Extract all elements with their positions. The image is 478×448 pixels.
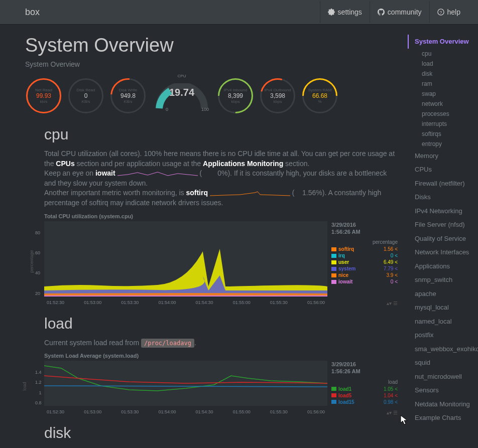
load-legend: 3/29/20161:56:26 AM load load11.05 <load…	[327, 361, 398, 414]
sidebar-item[interactable]: Example Charts	[408, 411, 473, 425]
disk-heading: disk	[44, 424, 398, 441]
gauges-row: Net Read 99.93 kb/s Disk Read 0 KB/s Dis…	[25, 76, 398, 116]
cpu-legend: 3/29/20161:56:26 AM percentage softirq1.…	[327, 221, 398, 305]
sidebar-item[interactable]: apache	[408, 287, 473, 301]
ram-gauge[interactable]: System RAM 66.68 %	[301, 77, 338, 114]
sidebar-sub-cpu[interactable]: cpu	[408, 49, 473, 59]
gear-icon	[328, 9, 335, 16]
load-para: Current system load read from /proc/load…	[44, 338, 398, 348]
loadavg-code: /proc/loadavg	[141, 339, 194, 348]
legend-row[interactable]: load51.04 <	[331, 392, 398, 399]
cpus-link[interactable]: CPUs	[56, 160, 74, 168]
legend-row[interactable]: iowait0 <	[331, 278, 398, 285]
legend-row[interactable]: load11.05 <	[331, 386, 398, 392]
load-xaxis: 01:52:3001:53:0001:53:3001:54:0001:54:30…	[44, 409, 327, 414]
cpu-heading: cpu	[44, 126, 398, 143]
legend-row[interactable]: load150.98 <	[331, 399, 398, 405]
chart-ylabel: percentage	[29, 250, 34, 273]
sidebar-sub-interrupts[interactable]: interrupts	[408, 119, 473, 129]
chart-title: Total CPU utilization (system.cpu)	[44, 213, 398, 219]
sidebar-item[interactable]: nut_microdowell	[408, 370, 473, 384]
sidebar-item[interactable]: IPv4 Networking	[408, 204, 473, 218]
legend-row[interactable]: irq0 <	[331, 252, 398, 259]
sidebar-item[interactable]: postfix	[408, 328, 473, 342]
load-chart[interactable]: System Load Average (system.load) load 1…	[44, 353, 398, 414]
sidebar-sub-network[interactable]: network	[408, 99, 473, 109]
cpu-para1: Total CPU utilization (all cores). 100% …	[44, 149, 398, 169]
ipv4-in-gauge[interactable]: IPv4 Inbound 8,399 kbps	[217, 77, 254, 114]
legend-row[interactable]: user6.49 <	[331, 259, 398, 265]
cpu-para3: Another important metric worth monitorin…	[44, 188, 398, 208]
chart-controls-icon[interactable]: ▴▾ ☰	[387, 410, 398, 415]
help-nav[interactable]: ? help	[429, 1, 468, 23]
apps-link[interactable]: Applications Monitoring	[203, 160, 283, 168]
sidebar-sub-entropy[interactable]: entropy	[408, 139, 473, 149]
gauge-value: 19.74	[152, 87, 212, 98]
sidebar-sub-softirqs[interactable]: softirqs	[408, 129, 473, 139]
main: System Overview System Overview Net Read…	[0, 25, 478, 448]
sidebar-item[interactable]: Memory	[408, 149, 473, 163]
sidebar-item[interactable]: sma_webbox_exohiko	[408, 342, 473, 356]
chart-title: System Load Average (system.load)	[44, 353, 398, 359]
cpu-chart[interactable]: Total CPU utilization (system.cpu) perce…	[44, 213, 398, 305]
cpu-gauge[interactable]: CPU 19.74 0 100	[152, 76, 212, 116]
help-label: help	[447, 8, 460, 16]
ipv4-out-gauge[interactable]: IPv4 Outbound 3,598 kbps	[259, 77, 296, 114]
iowait-sparkline	[117, 171, 198, 177]
svg-text:?: ?	[439, 10, 442, 15]
load-chart-svg	[44, 361, 327, 406]
sidebar-item[interactable]: Firewall (netfilter)	[408, 177, 473, 191]
community-label: community	[388, 8, 422, 16]
nav-right: settings community ? help	[320, 1, 468, 23]
sidebar-item[interactable]: squid	[408, 356, 473, 370]
sidebar-sub-swap[interactable]: swap	[408, 89, 473, 99]
brand[interactable]: box	[25, 7, 320, 18]
sidebar-item[interactable]: File Server (nfsd)	[408, 218, 473, 232]
legend-row[interactable]: nice3.9 <	[331, 272, 398, 278]
sidebar-item[interactable]: Sensors	[408, 383, 473, 397]
settings-label: settings	[338, 8, 362, 16]
sidebar-item[interactable]: CPUs	[408, 163, 473, 177]
sidebar-item[interactable]: Applications	[408, 259, 473, 273]
sidebar-item[interactable]: snmp_switch	[408, 273, 473, 287]
cpu-xaxis: 01:52:3001:53:0001:53:3001:54:0001:54:30…	[44, 300, 327, 305]
page-title: System Overview	[25, 35, 398, 56]
gauge-title: CPU	[152, 74, 212, 78]
gauge-min: 0	[166, 107, 168, 112]
sidebar: System Overview cpuloaddiskramswapnetwor…	[408, 25, 478, 448]
sidebar-item[interactable]: named_local	[408, 315, 473, 329]
load-heading: load	[44, 315, 398, 332]
cpu-yaxis: 80604020	[35, 230, 40, 296]
chart-ylabel: load	[22, 382, 27, 390]
disk-read-gauge[interactable]: Disk Read 0 KB/s	[67, 77, 104, 114]
chart-controls-icon[interactable]: ▴▾ ☰	[387, 301, 398, 306]
cpu-chart-svg	[44, 221, 327, 296]
sidebar-item[interactable]: Network Interfaces	[408, 245, 473, 259]
disk-write-gauge[interactable]: Disk Write 949.8 KB/s	[109, 77, 147, 114]
net-read-gauge[interactable]: Net Read 99.93 kb/s	[25, 77, 62, 114]
gauge-max: 100	[201, 107, 209, 112]
sidebar-item[interactable]: Disks	[408, 190, 473, 204]
community-nav[interactable]: community	[370, 1, 429, 23]
legend-row[interactable]: system7.79 <	[331, 265, 398, 272]
breadcrumb: System Overview	[25, 60, 398, 68]
github-icon	[378, 9, 385, 16]
help-icon: ?	[437, 9, 444, 16]
navbar: box settings community ? help	[0, 0, 478, 25]
sidebar-sub-processes[interactable]: processes	[408, 109, 473, 119]
sidebar-sub-ram[interactable]: ram	[408, 79, 473, 89]
cpu-para2: Keep an eye on iowait ( 0%). If it is co…	[44, 169, 398, 188]
legend-row[interactable]: softirq1.56 <	[331, 246, 398, 252]
sidebar-item-system-overview[interactable]: System Overview	[408, 35, 473, 49]
sidebar-item[interactable]: mysql_local	[408, 301, 473, 315]
settings-nav[interactable]: settings	[320, 1, 370, 23]
content: System Overview System Overview Net Read…	[0, 25, 408, 448]
softirq-sparkline	[210, 191, 290, 197]
sidebar-item[interactable]: Quality of Service	[408, 232, 473, 246]
sidebar-sub-load[interactable]: load	[408, 59, 473, 69]
sidebar-item[interactable]: Netdata Monitoring	[408, 397, 473, 411]
sidebar-sub-disk[interactable]: disk	[408, 69, 473, 79]
load-yaxis: 1.41.210.8	[35, 370, 42, 405]
